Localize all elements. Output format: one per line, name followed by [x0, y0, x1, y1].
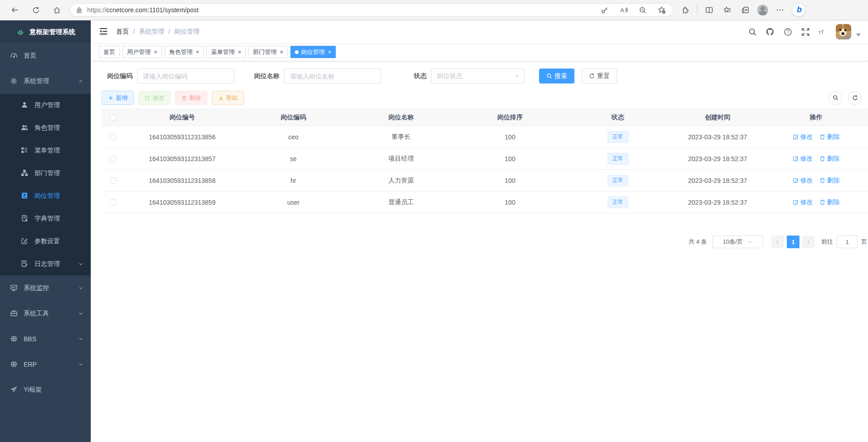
add-button[interactable]: 新增 [102, 91, 134, 105]
row-checkbox[interactable] [110, 199, 116, 206]
browser-back-button[interactable] [8, 3, 22, 17]
sidebar-item-role-mgmt[interactable]: 角色管理 [0, 117, 91, 139]
copilot-bing-icon[interactable]: b [792, 3, 805, 17]
row-edit-link[interactable]: 修改 [793, 198, 813, 206]
browser-refresh-button[interactable] [29, 3, 43, 17]
post-code-input[interactable] [137, 69, 234, 83]
app-logo[interactable]: 意框架管理系统 [0, 20, 91, 43]
tab-post-mgmt[interactable]: 岗位管理× [290, 46, 336, 58]
row-edit-link[interactable]: 修改 [793, 155, 813, 163]
post-code: hr [240, 177, 347, 184]
browser-home-button[interactable] [50, 3, 64, 17]
user-icon [21, 101, 29, 109]
row-edit-link[interactable]: 修改 [793, 177, 813, 185]
sidebar-item-home[interactable]: 首页 [0, 43, 91, 69]
page-size-select[interactable]: 10条/页 [712, 236, 763, 248]
sidebar-item-user-mgmt[interactable]: 用户管理 [0, 94, 91, 117]
avatar-dropdown-caret-icon[interactable] [856, 34, 861, 36]
refresh-table-circle-button[interactable] [848, 91, 862, 105]
help-question-icon[interactable]: ? [783, 27, 793, 37]
col-post-name: 岗位名称 [347, 113, 456, 122]
post-name-input[interactable] [284, 69, 381, 83]
sidebar-item-erp[interactable]: ERP [0, 352, 91, 377]
goto-page-input[interactable] [837, 236, 858, 248]
tab-actions-icon[interactable] [739, 3, 752, 17]
tab-menu-mgmt[interactable]: 菜单管理× [206, 46, 246, 58]
sidebar-item-system-tools[interactable]: 系统工具 [0, 301, 91, 326]
favorites-icon[interactable] [721, 3, 734, 17]
sidebar-item-yi-framework[interactable]: Yi框架 [0, 377, 91, 403]
browser-profile-avatar[interactable] [757, 5, 768, 15]
sidebar-item-dept-mgmt[interactable]: 部门管理 [0, 162, 91, 185]
export-button[interactable]: 导出 [212, 91, 244, 105]
header-search-icon[interactable] [747, 27, 757, 37]
sidebar-item-post-mgmt[interactable]: 岗位管理 [0, 185, 91, 207]
post-name: 董事长 [347, 133, 456, 141]
next-page-button[interactable] [802, 236, 815, 248]
tab-role-mgmt[interactable]: 角色管理× [165, 46, 204, 58]
browser-toolbar-right: b [679, 3, 805, 17]
row-checkbox[interactable] [110, 156, 116, 162]
post-name: 普通员工 [347, 198, 456, 206]
tab-close-icon[interactable]: × [328, 49, 331, 55]
show-search-circle-button[interactable] [829, 91, 842, 105]
split-screen-icon[interactable] [703, 3, 716, 17]
sidebar-item-system-monitor[interactable]: 系统监控 [0, 275, 91, 301]
browser-settings-more-icon[interactable] [774, 3, 786, 17]
zoom-out-icon[interactable] [637, 4, 648, 16]
prev-page-button[interactable] [771, 236, 784, 248]
user-avatar[interactable] [836, 24, 851, 39]
sidebar-toggle-hamburger-icon[interactable] [99, 27, 109, 37]
github-icon[interactable] [765, 27, 775, 37]
monitor-icon [10, 284, 18, 292]
select-all-checkbox[interactable] [110, 114, 116, 121]
fullscreen-icon[interactable] [800, 27, 810, 37]
tab-close-icon[interactable]: × [280, 49, 284, 55]
row-delete-link[interactable]: 删除 [819, 155, 840, 163]
row-delete-link[interactable]: 删除 [819, 198, 840, 206]
row-delete-link[interactable]: 删除 [819, 133, 840, 141]
paper-plane-icon [10, 386, 18, 394]
extensions-icon[interactable] [679, 3, 691, 17]
select-chevron-down-icon [747, 239, 753, 245]
page-content: 岗位编码 岗位名称 状态 岗位状态 [91, 61, 868, 442]
page-number-button[interactable]: 1 [787, 236, 799, 248]
breadcrumb-home[interactable]: 首页 [116, 28, 129, 36]
row-edit-link[interactable]: 修改 [793, 133, 813, 141]
url-text[interactable]: https://ccnetcore.com:1101/system/post [87, 6, 591, 14]
font-size-icon[interactable]: тT [818, 27, 828, 37]
sidebar-item-bbs[interactable]: BBS [0, 326, 91, 352]
logo-leaf-icon [15, 27, 25, 37]
sidebar-item-dict-mgmt[interactable]: 字典管理 [0, 207, 91, 230]
tab-home[interactable]: 首页 [99, 46, 120, 58]
add-favorite-star-icon[interactable] [656, 4, 667, 16]
post-id: 1641030593112313856 [124, 133, 240, 141]
tab-close-icon[interactable]: × [238, 49, 241, 55]
breadcrumb-system-mgmt: 系统管理 [139, 28, 164, 36]
tab-close-icon[interactable]: × [196, 49, 200, 55]
read-aloud-icon[interactable]: A [618, 4, 629, 16]
sidebar-item-log-mgmt[interactable]: 日志管理 [0, 253, 91, 275]
sidebar-item-param-settings[interactable]: 参数设置 [0, 230, 91, 253]
row-checkbox[interactable] [110, 177, 116, 184]
sidebar-item-menu-mgmt[interactable]: 菜单管理 [0, 139, 91, 162]
password-key-icon[interactable] [598, 4, 610, 16]
delete-button[interactable]: 删除 [175, 91, 207, 105]
row-checkbox[interactable] [110, 134, 116, 140]
address-bar[interactable]: https://ccnetcore.com:1101/system/post A [70, 3, 673, 17]
row-delete-link[interactable]: 删除 [819, 177, 840, 185]
tab-dept-mgmt[interactable]: 部门管理× [249, 46, 288, 58]
browser-toolbar: https://ccnetcore.com:1101/system/post A [0, 0, 868, 20]
tab-close-icon[interactable]: × [154, 49, 157, 55]
reset-button[interactable]: 重置 [582, 69, 617, 83]
goto-label: 前往 [821, 238, 833, 246]
tab-user-mgmt[interactable]: 用户管理× [123, 46, 162, 58]
post-name: 人力资源 [347, 177, 456, 185]
org-tree-icon [21, 169, 29, 177]
site-security-lock-icon[interactable] [76, 7, 83, 14]
sidebar-item-system-mgmt[interactable]: 系统管理 [0, 69, 91, 94]
status-select[interactable]: 岗位状态 [431, 69, 525, 83]
search-button[interactable]: 搜索 [539, 69, 574, 83]
col-operations: 操作 [764, 113, 868, 122]
edit-button[interactable]: 修改 [138, 91, 171, 105]
